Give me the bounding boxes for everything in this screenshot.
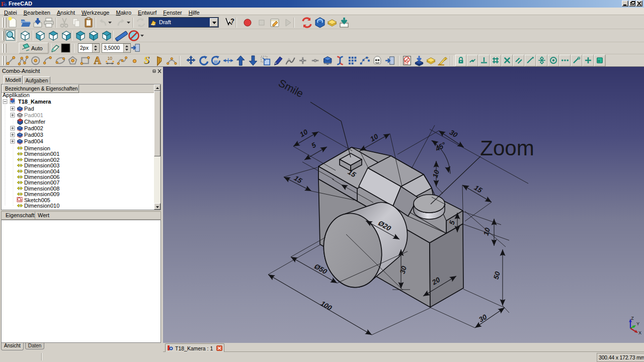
svg-text:X: X [638,330,641,335]
svg-text:Dimension004: Dimension004 [24,168,59,174]
svg-text:Sketch005: Sketch005 [24,197,50,203]
svg-text:o: o [4,1,7,7]
svg-text:S: S [144,55,149,65]
svg-text:Pad004: Pad004 [24,138,43,144]
svg-text:Dimension010: Dimension010 [24,203,59,209]
svg-text:Pad: Pad [24,106,34,112]
svg-text:Zoom: Zoom [480,136,534,160]
svg-text:Applikation: Applikation [3,92,30,98]
svg-text:Dimension008: Dimension008 [24,186,59,192]
svg-text:Dimension002: Dimension002 [24,157,59,163]
svg-text:Dimension003: Dimension003 [24,162,59,168]
svg-text:Auto: Auto [31,45,43,51]
svg-text:Dimension007: Dimension007 [24,179,59,186]
svg-text:10: 10 [108,56,113,61]
svg-text:Pad003: Pad003 [24,132,43,138]
svg-text:Dimension009: Dimension009 [24,191,59,197]
svg-text:Chamfer: Chamfer [24,119,46,125]
svg-text:Dimension: Dimension [24,145,50,151]
svg-text:T18_Kamera: T18_Kamera [18,99,51,105]
svg-text:Pad002: Pad002 [24,125,43,131]
svg-text:Dimension001: Dimension001 [24,151,59,157]
svg-text:?: ? [230,17,234,25]
svg-text:Pad001: Pad001 [24,112,43,118]
svg-text:Y: Y [636,321,639,326]
svg-text:A: A [94,55,101,66]
svg-text:Z: Z [631,316,634,321]
